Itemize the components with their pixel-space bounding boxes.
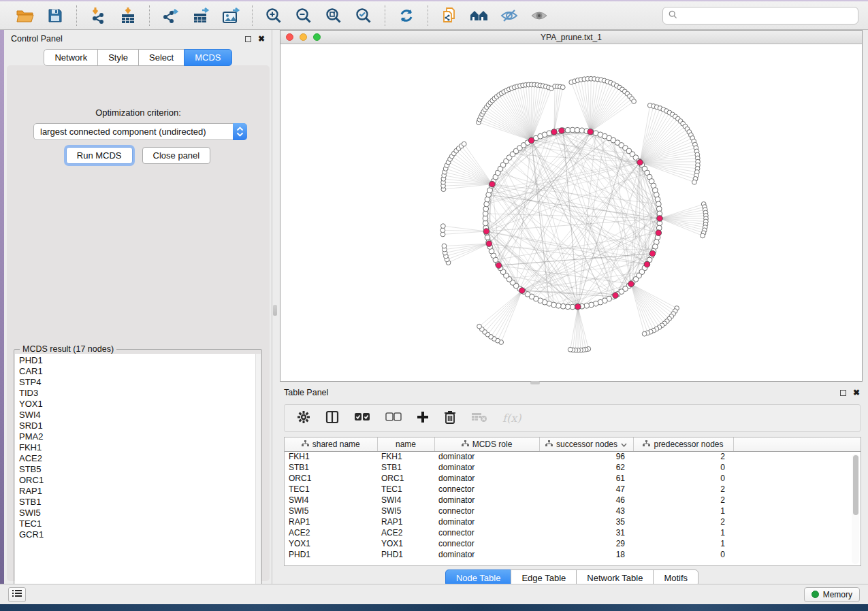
export-table-button[interactable] <box>188 4 214 27</box>
search-input[interactable] <box>681 11 852 20</box>
cell-name: STB1 <box>377 462 434 473</box>
table-row[interactable]: SWI4SWI4dominator462 <box>285 495 861 506</box>
control-panel-tabs: Network Style Select MCDS <box>4 49 272 66</box>
cell-predecessor_nodes: 0 <box>633 462 733 473</box>
mcds-result-item[interactable]: ORC1 <box>19 475 257 486</box>
column-label: MCDS role <box>472 440 513 449</box>
column-header-successor-nodes[interactable]: successor nodes <box>539 437 633 451</box>
mcds-result-item[interactable]: PHD1 <box>19 355 257 366</box>
task-history-button[interactable] <box>8 587 26 602</box>
mcds-result-item[interactable]: STB1 <box>19 497 257 508</box>
mcds-result-item[interactable]: SWI5 <box>19 508 257 518</box>
mcds-result-item[interactable]: TID3 <box>19 388 257 399</box>
deselect-all-rows-button[interactable] <box>385 412 402 424</box>
cell-predecessor_nodes: 0 <box>633 549 733 560</box>
open-file-icon <box>16 8 34 23</box>
cell-successor_nodes: 96 <box>539 451 633 462</box>
table-row[interactable]: FKH1FKH1dominator962 <box>285 451 861 462</box>
run-mcds-button[interactable]: Run MCDS <box>66 147 133 164</box>
table-row[interactable]: TEC1TEC1connector472 <box>285 484 861 495</box>
add-column-icon <box>417 411 429 425</box>
cell-mcds_role: dominator <box>434 451 539 462</box>
table-scrollbar[interactable] <box>852 454 859 564</box>
export-image-icon <box>222 7 240 24</box>
table-scrollbar-thumb[interactable] <box>853 455 858 515</box>
open-file-button[interactable] <box>12 4 38 27</box>
refresh-view-button[interactable] <box>393 4 419 27</box>
add-column-button[interactable] <box>417 411 429 425</box>
mcds-result-item[interactable]: SRD1 <box>19 420 257 431</box>
memory-button[interactable]: Memory <box>804 587 860 602</box>
import-table-button[interactable] <box>115 4 141 27</box>
mcds-list-scrollbar[interactable] <box>255 354 261 600</box>
mcds-result-item[interactable]: FKH1 <box>19 442 257 453</box>
column-visibility-button[interactable] <box>325 410 339 426</box>
hide-selected-button[interactable] <box>496 4 522 27</box>
vertical-splitter-handle[interactable] <box>273 305 277 316</box>
table-row[interactable]: YOX1YOX1connector291 <box>285 538 861 549</box>
close-panel-button[interactable]: Close panel <box>142 147 211 164</box>
column-header-name[interactable]: name <box>377 437 434 451</box>
table-row[interactable]: PHD1PHD1dominator180 <box>285 549 861 560</box>
select-all-rows-button[interactable] <box>354 412 370 424</box>
optimization-criterion-select[interactable]: largest connected component (undirected) <box>33 123 247 140</box>
mcds-result-item[interactable]: TEC1 <box>19 518 257 529</box>
tab-network[interactable]: Network <box>44 49 98 66</box>
close-table-panel-icon[interactable]: ✖ <box>853 390 860 396</box>
column-header-shared-name[interactable]: shared name <box>285 437 377 451</box>
zoom-in-button[interactable] <box>261 4 287 27</box>
float-panel-icon[interactable] <box>245 36 251 42</box>
column-header-predecessor-nodes[interactable]: predecessor nodes <box>633 437 733 451</box>
cell-predecessor_nodes: 0 <box>633 473 733 484</box>
column-header-MCDS-role[interactable]: MCDS role <box>434 437 539 451</box>
delete-table-button <box>471 412 487 425</box>
mcds-result-item[interactable]: GCR1 <box>19 529 257 540</box>
save-session-button[interactable] <box>42 4 68 27</box>
node-table: shared namenameMCDS rolesuccessor nodesp… <box>284 437 861 566</box>
table-panel-title: Table Panel <box>284 388 328 397</box>
zoom-out-button[interactable] <box>291 4 317 27</box>
mcds-result-item[interactable]: STP4 <box>19 377 257 388</box>
export-network-button[interactable] <box>158 4 184 27</box>
mcds-result-item[interactable]: RAP1 <box>19 486 257 497</box>
cell-shared_name: SWI5 <box>285 506 377 516</box>
mcds-result-item[interactable]: ACE2 <box>19 453 257 464</box>
close-panel-icon[interactable]: ✖ <box>258 36 265 42</box>
zoom-selected-button[interactable] <box>351 4 376 27</box>
cell-shared_name: YOX1 <box>285 538 377 549</box>
mcds-result-item[interactable]: STB5 <box>19 464 257 475</box>
delete-column-icon <box>444 410 456 426</box>
tab-style[interactable]: Style <box>97 49 139 66</box>
cell-name: PHD1 <box>377 549 434 560</box>
search-box[interactable] <box>662 7 858 24</box>
import-network-button[interactable] <box>85 4 111 27</box>
zoom-fit-button[interactable] <box>321 4 347 27</box>
duplicate-network-button[interactable] <box>436 4 462 27</box>
mcds-result-item[interactable]: PMA2 <box>19 431 257 442</box>
control-panel-header: Control Panel ✖ <box>4 30 272 48</box>
table-row[interactable]: RAP1RAP1dominator352 <box>285 516 861 527</box>
table-settings-button[interactable] <box>297 410 310 426</box>
mcds-result-item[interactable]: YOX1 <box>19 399 257 410</box>
cell-name: ORC1 <box>377 473 434 484</box>
table-row[interactable]: ORC1ORC1dominator610 <box>285 473 861 484</box>
table-row[interactable]: SWI5SWI5connector431 <box>285 506 861 516</box>
refresh-view-icon <box>398 7 415 24</box>
float-table-panel-icon[interactable] <box>840 390 846 396</box>
show-all-button[interactable] <box>526 4 552 27</box>
first-neighbors-button[interactable] <box>466 4 492 27</box>
cell-predecessor_nodes: 2 <box>633 451 733 462</box>
delete-column-button[interactable] <box>444 410 456 426</box>
mcds-result-item[interactable]: CAR1 <box>19 366 257 377</box>
tab-select[interactable]: Select <box>138 49 184 66</box>
network-window-titlebar[interactable]: YPA_prune.txt_1 <box>280 31 862 44</box>
import-network-icon <box>89 7 107 24</box>
cell-predecessor_nodes: 2 <box>633 495 733 506</box>
mcds-result-item[interactable]: SWI4 <box>19 410 257 420</box>
export-image-button[interactable] <box>218 4 244 27</box>
mcds-result-list[interactable]: PHD1CAR1STP4TID3YOX1SWI4SRD1PMA2FKH1ACE2… <box>15 354 257 600</box>
network-graph[interactable] <box>280 44 862 381</box>
table-row[interactable]: STB1STB1dominator620 <box>285 462 861 473</box>
table-row[interactable]: ACE2ACE2connector311 <box>285 527 861 538</box>
tab-mcds[interactable]: MCDS <box>184 49 231 66</box>
